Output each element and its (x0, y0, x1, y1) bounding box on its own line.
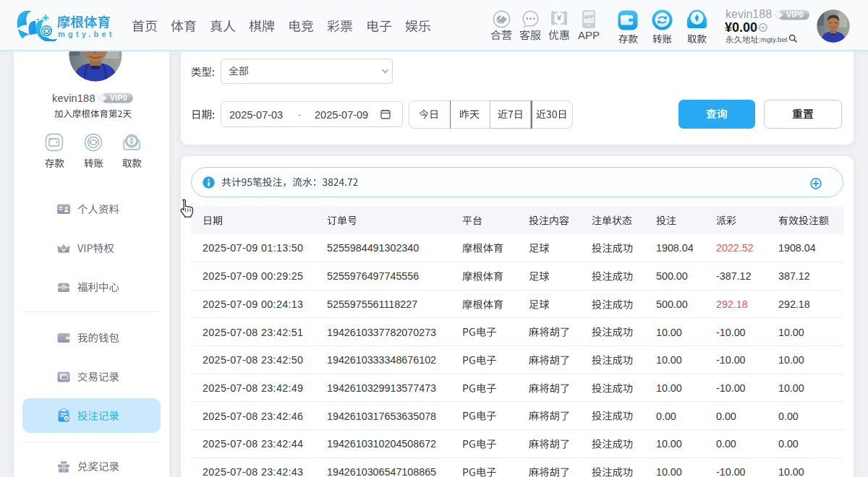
svg-text:VIP0: VIP0 (786, 10, 804, 19)
svg-text:APP: APP (584, 14, 594, 20)
svg-text:VIP0: VIP0 (110, 93, 127, 102)
